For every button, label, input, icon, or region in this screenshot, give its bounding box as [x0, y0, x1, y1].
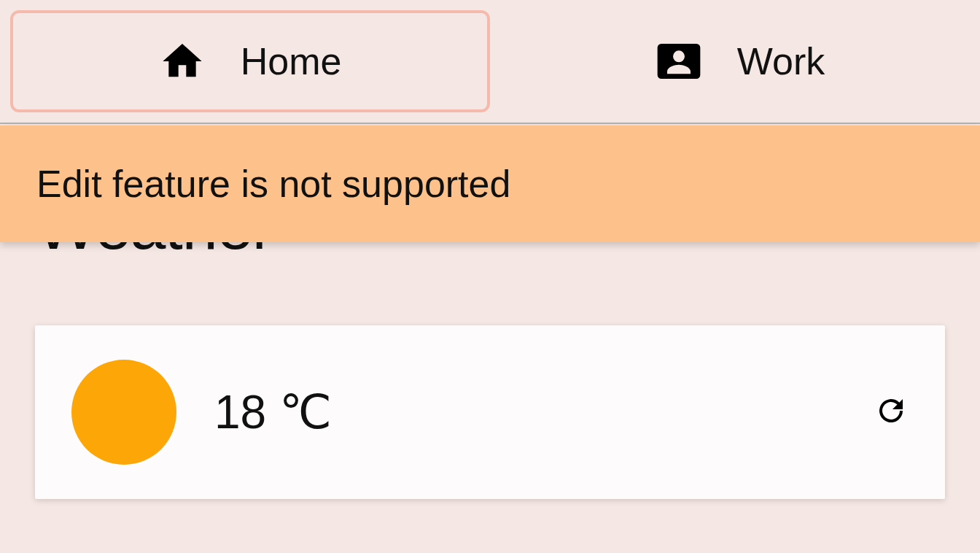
weather-card: 18 ℃ [35, 325, 945, 499]
tab-home-label: Home [241, 39, 342, 83]
sun-icon [71, 360, 176, 465]
tab-bar: Home Work [0, 0, 980, 124]
temperature-value: 18 ℃ [214, 385, 874, 439]
tab-work[interactable]: Work [500, 0, 980, 123]
refresh-button[interactable] [874, 395, 909, 430]
person-icon [656, 38, 702, 85]
tab-work-label: Work [737, 39, 825, 83]
tab-home[interactable]: Home [10, 10, 490, 112]
snackbar-message: Edit feature is not supported [36, 162, 510, 206]
refresh-icon [874, 393, 909, 431]
snackbar: Edit feature is not supported [0, 125, 980, 242]
home-icon [159, 38, 206, 85]
